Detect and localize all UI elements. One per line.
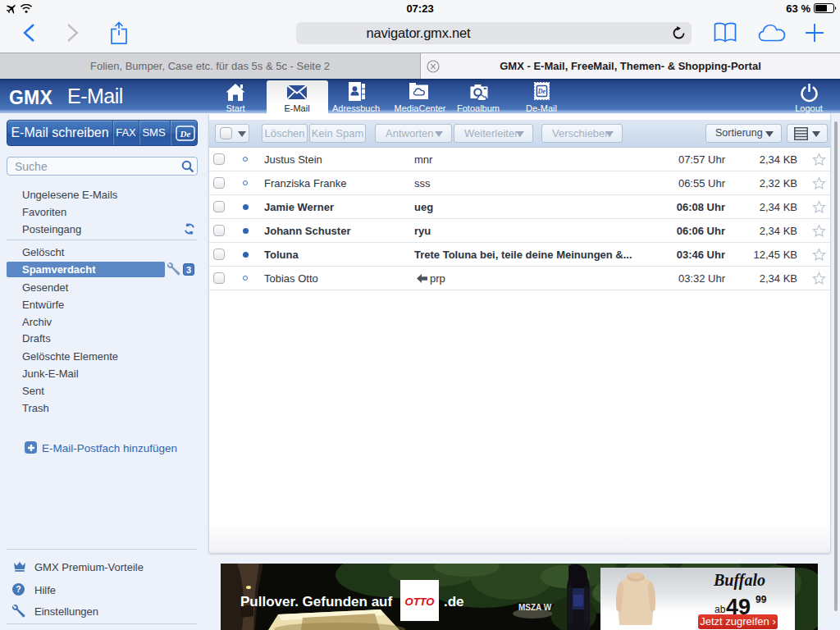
svg-text:De: De	[180, 129, 191, 139]
svg-text:?: ?	[16, 584, 21, 594]
svg-text:De: De	[537, 88, 546, 95]
